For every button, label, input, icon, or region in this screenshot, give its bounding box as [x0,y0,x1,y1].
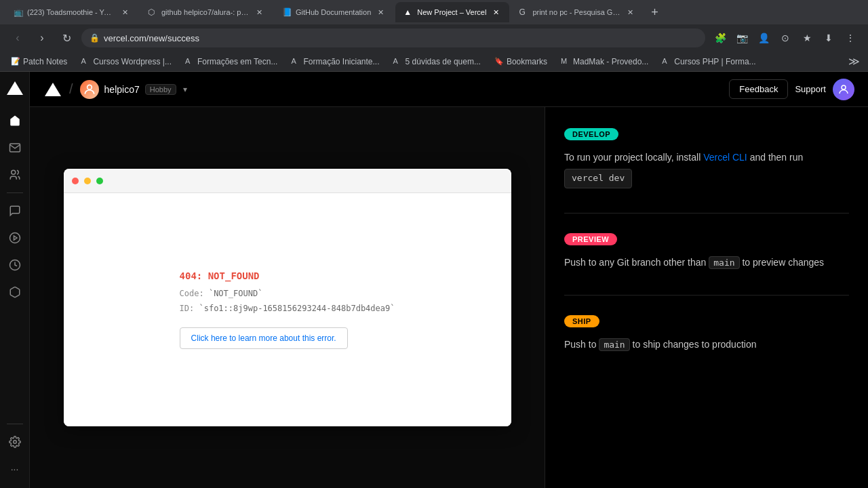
error-404-text: 404: NOT_FOUND [180,270,260,281]
favorites-button[interactable]: ★ [797,28,816,47]
url-text: vercel.com/new/success [104,33,199,43]
browser-toolbar: ‹ › ↻ 🔒 vercel.com/new/success 🧩 📷 👤 ⊙ ★… [0,24,868,52]
bookmarks-more-button[interactable]: ≫ [846,55,863,68]
triangle-icon [7,81,23,95]
error-code-line: Code: `NOT_FOUND` [180,287,395,302]
app-layout: ··· / helpico7 Hobby ▾ Feedback Support [0,72,868,488]
preview-browser-bar [64,169,511,193]
sidebar: ··· [0,72,30,488]
tab-3[interactable]: 📘 GitHub Documentation ✕ [274,2,394,22]
vercel-dev-code: vercel dev [564,169,632,188]
tab-close-5[interactable]: ✕ [625,7,635,18]
lock-icon: 🔒 [90,33,100,43]
sidebar-item-chat[interactable] [3,199,27,223]
feedback-button[interactable]: Feedback [729,79,788,99]
develop-description: To run your project locally, install Ver… [564,150,849,188]
address-bar[interactable]: 🔒 vercel.com/new/success [81,28,705,47]
sidebar-item-packages[interactable] [3,280,27,304]
preview-badge: PREVIEW [564,233,617,245]
tab-bar: 📺 (223) Toadsmoothie - YouT... ✕ ⬡ githu… [0,0,868,24]
svg-point-6 [842,85,846,89]
tab-title-5: print no pc - Pesquisa Goo... [532,8,620,16]
ship-text-suffix: to ship changes to production [630,339,757,350]
vercel-logo[interactable] [43,80,62,99]
error-learn-more-button[interactable]: Click here to learn more about this erro… [180,327,348,349]
right-panel: DEVELOP To run your project locally, ins… [545,107,868,488]
tab-favicon-2: ⬡ [148,7,157,17]
develop-step: DEVELOP To run your project locally, ins… [564,127,849,188]
tab-close-3[interactable]: ✕ [375,7,386,18]
profile-button[interactable]: 👤 [754,28,773,47]
user-avatar[interactable] [833,79,854,100]
bookmark-madmak[interactable]: M MadMak - Provedo... [555,56,654,68]
bookmark-label-4: Formação Iniciante... [303,57,379,66]
tab-close-2[interactable]: ✕ [254,7,264,18]
bookmark-5-duvidas[interactable]: A 5 dúvidas de quem... [388,56,486,68]
back-button[interactable]: ‹ [8,28,27,47]
vercel-cli-link[interactable]: Vercel CLI [703,152,747,163]
tab-title-2: github helpico7/alura-: primeiro p... [161,8,250,16]
error-id-label: ID: [180,304,195,313]
error-code-label: Code: [180,289,204,298]
bookmark-patch-notes[interactable]: 📝 Patch Notes [5,56,73,68]
sidebar-item-home[interactable] [3,108,27,133]
bookmark-label-6: Bookmarks [507,57,547,66]
header-user-section[interactable]: helpico7 Hobby ▾ [80,80,187,99]
vercel-header: / helpico7 Hobby ▾ Feedback Support [30,72,868,107]
sidebar-item-game[interactable] [3,226,27,250]
sidebar-item-settings[interactable] [3,430,27,454]
header-username: helpico7 [104,84,140,95]
main-branch-code-ship: main [599,338,629,351]
svg-point-5 [87,85,92,89]
more-button[interactable]: ⋮ [841,28,860,47]
plan-badge: Hobby [145,84,176,95]
preview-content-area: 404: NOT_FOUND Code: `NOT_FOUND` ID: `sf… [64,193,511,426]
preview-step: PREVIEW Push to any Git branch other tha… [564,232,849,270]
tab-close-1[interactable]: ✕ [119,7,130,18]
bookmark-cursos-wp[interactable]: A Cursos Wordpress |... [75,56,177,68]
error-details: Code: `NOT_FOUND` ID: `sfo1::8j9wp-16581… [180,287,395,316]
svg-marker-2 [14,236,17,240]
tab-close-4[interactable]: ✕ [490,7,501,18]
caret-down-icon: ▾ [183,85,187,94]
tab-favicon-5: G [519,7,528,17]
svg-point-1 [9,233,20,243]
sidebar-item-team[interactable] [3,163,27,187]
ship-description: Push to main to ship changes to producti… [564,337,849,352]
screenshot-button[interactable]: 📷 [732,28,751,47]
divider-2 [564,295,849,296]
bookmark-formacao-iniciante[interactable]: A Formação Iniciante... [285,56,384,68]
forward-button[interactable]: › [33,28,52,47]
github-button[interactable]: ⊙ [776,28,795,47]
traffic-light-yellow [84,178,91,184]
svg-point-4 [13,441,16,444]
vercel-logo-sidebar[interactable] [4,77,26,99]
sidebar-item-history[interactable] [3,253,27,277]
bookmark-formacoes[interactable]: A Formações em Tecn... [180,56,283,68]
reload-button[interactable]: ↻ [57,28,76,47]
bookmark-cursos-php[interactable]: A Cursos PHP | Forma... [656,56,761,68]
tab-favicon-4: ▲ [403,7,413,17]
preview-panel: 404: NOT_FOUND Code: `NOT_FOUND` ID: `sf… [30,107,545,488]
bookmark-label-1: Patch Notes [23,57,67,66]
tab-2[interactable]: ⬡ github helpico7/alura-: primeiro p... … [140,2,273,22]
sidebar-item-more-options[interactable]: ··· [3,457,27,481]
tab-4-active[interactable]: ▲ New Project – Vercel ✕ [395,2,509,22]
extensions-button[interactable]: 🧩 [711,28,730,47]
preview-text-prefix: Push to any Git branch other than [564,257,709,268]
support-button[interactable]: Support [795,84,826,94]
tab-1[interactable]: 📺 (223) Toadsmoothie - YouT... ✕ [5,2,138,22]
avatar [80,80,99,99]
tab-5[interactable]: G print no pc - Pesquisa Goo... ✕ [511,2,644,22]
content-area: / helpico7 Hobby ▾ Feedback Support [30,72,868,488]
divider-1 [564,213,849,214]
bookmark-bookmarks[interactable]: 🔖 Bookmarks [489,56,553,68]
develop-badge: DEVELOP [564,128,618,140]
bookmark-favicon-1: 📝 [11,57,20,66]
vercel-triangle-icon [45,83,61,96]
bookmark-favicon-7: M [561,57,570,66]
new-tab-button[interactable]: + [645,3,664,22]
sidebar-item-inbox[interactable] [3,136,27,160]
header-actions: Feedback Support [729,79,854,100]
download-button[interactable]: ⬇ [819,28,838,47]
